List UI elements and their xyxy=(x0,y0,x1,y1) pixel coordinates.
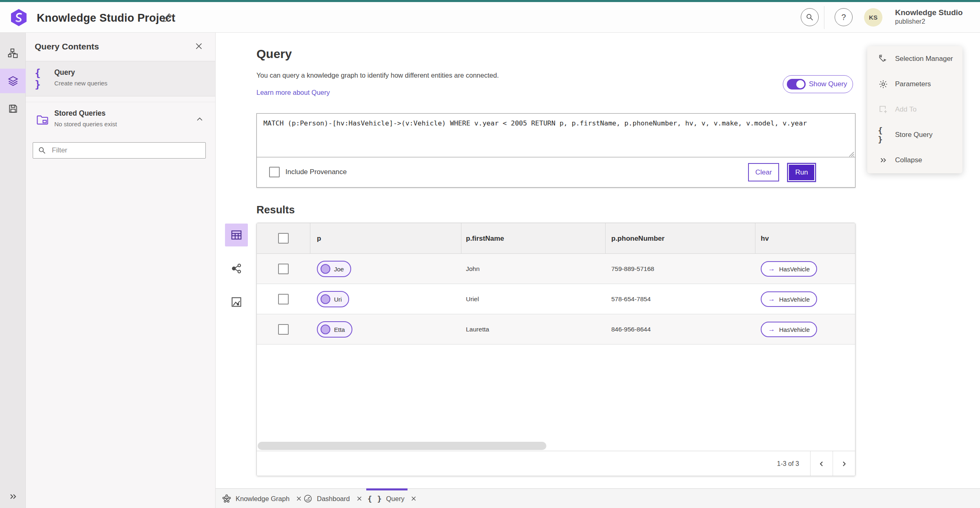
close-panel-button[interactable] xyxy=(194,41,205,52)
close-tab-icon[interactable] xyxy=(356,495,363,502)
include-provenance-label: Include Provenance xyxy=(285,168,347,176)
column-header-firstname[interactable]: p.firstName xyxy=(466,223,504,254)
help-button[interactable]: ? xyxy=(835,8,853,26)
layers-icon xyxy=(7,75,19,87)
avatar-initials: KS xyxy=(869,14,878,21)
tab-query[interactable]: { } Query xyxy=(368,489,417,508)
help-icon: ? xyxy=(841,13,846,22)
search-button[interactable] xyxy=(801,8,819,26)
node-chip[interactable]: Uri xyxy=(317,291,349,307)
app-logo-icon[interactable] xyxy=(10,9,28,27)
edit-title-icon[interactable] xyxy=(163,12,173,22)
clear-button[interactable]: Clear xyxy=(748,163,779,181)
sidebar-item-stored-queries[interactable]: Stored Queries No stored queries exist xyxy=(26,102,215,137)
tab-label: Query xyxy=(386,495,405,503)
double-chevron-right-icon xyxy=(878,155,889,166)
node-chip[interactable]: Joe xyxy=(317,261,351,277)
arrow-right-icon: → xyxy=(768,325,775,333)
user-name: publisher2 xyxy=(895,18,963,26)
chevron-left-icon xyxy=(817,460,826,468)
app-name: Knowledge Studio xyxy=(895,8,963,18)
row-checkbox[interactable] xyxy=(278,324,289,335)
next-page-button[interactable] xyxy=(833,451,855,476)
table-empty-space xyxy=(257,345,855,441)
action-label: Parameters xyxy=(895,80,931,88)
query-editor-input[interactable]: MATCH (p:Person)-[hv:HasVehicle]->(v:Veh… xyxy=(257,114,855,157)
cell-firstname: Uriel xyxy=(466,284,479,314)
results-title: Results xyxy=(256,204,295,216)
previous-page-button[interactable] xyxy=(810,451,833,476)
include-provenance-checkbox[interactable] xyxy=(269,167,280,177)
action-label: Store Query xyxy=(895,131,933,139)
column-header-hv[interactable]: hv xyxy=(761,223,769,254)
query-footer: Include Provenance Clear Run xyxy=(257,157,855,187)
panel-header: Query Contents xyxy=(26,33,215,61)
show-query-toggle[interactable]: Show Query xyxy=(783,75,853,93)
query-description: You can query a knowledge graph to ident… xyxy=(256,72,499,79)
row-checkbox[interactable] xyxy=(278,294,289,304)
query-contents-panel: Query Contents { } Query Create new quer… xyxy=(26,33,216,508)
table-icon xyxy=(230,229,243,241)
user-avatar[interactable]: KS xyxy=(864,8,882,27)
save-icon xyxy=(8,103,18,114)
column-header-phonenumber[interactable]: p.phoneNumber xyxy=(611,223,664,254)
tab-label: Dashboard xyxy=(317,495,350,503)
results-view-switcher xyxy=(225,224,248,324)
add-to-button: Add To xyxy=(867,97,962,122)
row-checkbox[interactable] xyxy=(278,264,289,274)
column-header-p[interactable]: p xyxy=(317,223,321,254)
expand-rail-button[interactable] xyxy=(0,486,26,507)
chart-view-button[interactable] xyxy=(225,291,248,313)
sidebar-item-query[interactable]: { } Query Create new queries xyxy=(26,61,215,96)
scrollbar-thumb[interactable] xyxy=(258,442,546,450)
resize-handle[interactable] xyxy=(849,152,854,157)
table-row: Joe John 759-889-57168 → HasVehicle xyxy=(257,254,855,284)
run-button[interactable]: Run xyxy=(788,164,815,181)
close-tab-icon[interactable] xyxy=(295,495,303,502)
edge-chip[interactable]: → HasVehicle xyxy=(761,261,817,277)
cell-firstname: John xyxy=(466,254,480,284)
learn-more-link[interactable]: Learn more about Query xyxy=(256,89,330,96)
save-view-button[interactable] xyxy=(0,96,26,121)
header-divider xyxy=(824,6,824,29)
cell-phonenumber: 759-889-57168 xyxy=(611,254,654,284)
cell-phonenumber: 578-654-7854 xyxy=(611,284,651,314)
edge-label: HasVehicle xyxy=(779,326,810,333)
main-content: Query You can query a knowledge graph to… xyxy=(216,33,980,488)
edge-label: HasVehicle xyxy=(779,266,810,273)
double-chevron-right-icon xyxy=(8,492,18,501)
collapse-section-button[interactable] xyxy=(196,115,204,123)
query-layers-button[interactable] xyxy=(0,69,26,93)
add-to-icon xyxy=(878,104,889,115)
filter-input[interactable] xyxy=(33,142,206,159)
arrow-right-icon: → xyxy=(768,265,775,273)
edge-chip[interactable]: → HasVehicle xyxy=(761,291,817,307)
edge-chip[interactable]: → HasVehicle xyxy=(761,322,817,337)
store-query-button[interactable]: { } Store Query xyxy=(867,122,962,148)
model-view-button[interactable] xyxy=(0,41,26,65)
select-all-checkbox[interactable] xyxy=(278,233,289,244)
model-tree-icon xyxy=(8,48,18,58)
query-item-description: Create new queries xyxy=(54,80,107,87)
close-tab-icon[interactable] xyxy=(410,495,417,502)
horizontal-scrollbar xyxy=(257,441,855,451)
results-table: p p.firstName p.phoneNumber hv Joe John … xyxy=(256,223,855,476)
show-query-label: Show Query xyxy=(809,80,847,88)
selection-manager-button[interactable]: Selection Manager xyxy=(867,46,962,72)
table-row: Uri Uriel 578-654-7854 → HasVehicle xyxy=(257,284,855,314)
tab-dashboard[interactable]: Dashboard xyxy=(303,489,363,508)
page-title: Query xyxy=(256,47,292,61)
graph-icon xyxy=(230,262,243,275)
bottom-tab-bar: Knowledge Graph Dashboard { } Query xyxy=(216,488,980,508)
node-label: Uri xyxy=(334,296,342,303)
cell-firstname: Lauretta xyxy=(466,314,489,345)
table-view-button[interactable] xyxy=(225,224,248,246)
collapse-panel-button[interactable]: Collapse xyxy=(867,148,962,173)
cell-phonenumber: 846-956-8644 xyxy=(611,314,651,345)
close-icon xyxy=(194,41,204,51)
parameters-button[interactable]: Parameters xyxy=(867,72,962,97)
tab-knowledge-graph[interactable]: Knowledge Graph xyxy=(222,489,303,508)
node-chip[interactable]: Etta xyxy=(317,321,352,338)
graph-view-button[interactable] xyxy=(225,257,248,280)
braces-icon: { } xyxy=(35,71,50,87)
